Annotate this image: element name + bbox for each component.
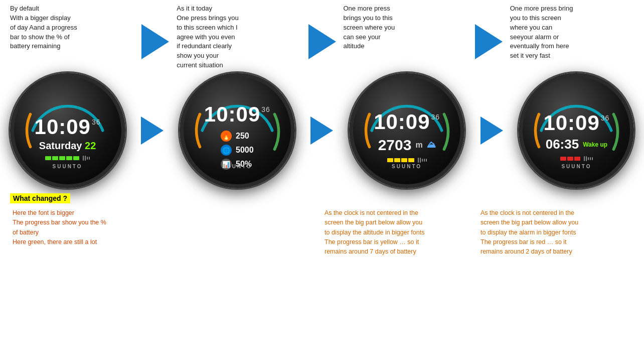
top-texts: By default With a bigger display of day … (0, 0, 644, 70)
watch-3-progress (387, 158, 427, 163)
watch-4: 10:09 36 06:35 Wake up (519, 73, 634, 188)
watch-4-time: 10:09 36 (543, 111, 609, 135)
watch-4-content: 10:09 36 06:35 Wake up (523, 77, 630, 184)
note-text-3: As the clock is not centered in the scre… (325, 209, 424, 256)
watch-2-time: 10:09 36 (204, 102, 270, 127)
watches-arrow-3 (474, 116, 509, 145)
note-text-1: Here the font is bigger The progress bar… (13, 209, 106, 246)
tick (87, 157, 88, 160)
watch-1-upper: 10:09 36 Saturday 22 (35, 123, 101, 161)
watch-4-upper: 10:09 36 06:35 Wake up (543, 118, 609, 161)
watch-2-label: SUUNTO (222, 164, 252, 169)
tick (586, 156, 587, 161)
watch-slot-2: 10:09 36 🔥 250 🌐 5000 (180, 73, 295, 188)
desc-text-3: One more press brings you to this screen… (344, 5, 395, 50)
progress-seg (52, 156, 58, 160)
tick (85, 156, 86, 161)
watches-arrow-1 (135, 116, 170, 145)
tick (424, 159, 425, 162)
watch-4-alarm: 06:35 Wake up (546, 137, 607, 152)
arrow-slot-1 (134, 4, 177, 70)
arrow-right-2 (308, 24, 336, 59)
progress-seg (574, 157, 580, 161)
activity-row-1: 🔥 250 (221, 131, 254, 142)
note-col-2 (166, 208, 322, 257)
desc-block-3: One more press brings you to this screen… (344, 4, 467, 70)
progress-ticks-3 (418, 158, 427, 163)
desc-text-4: One more press bring you to this screen … (510, 5, 573, 59)
activity-val-2: 5000 (236, 146, 254, 155)
watches-section: 10:09 36 Saturday 22 (0, 70, 644, 188)
watch-1-time: 10:09 36 (35, 115, 101, 139)
note-text-4: As the clock is not centered in the scre… (480, 209, 578, 256)
watch-slot-4: 10:09 36 06:35 Wake up (519, 73, 634, 188)
desc-text-1: By default With a bigger display of day … (10, 5, 77, 50)
wake-up-label: Wake up (583, 141, 607, 148)
watch-2-seconds: 36 (261, 105, 270, 113)
activity-val-1: 250 (236, 132, 249, 141)
tick (89, 157, 90, 160)
arrow-right-1 (141, 24, 169, 59)
watches-arrow-shape-3 (480, 116, 503, 145)
note-col-3: As the clock is not centered in the scre… (322, 208, 478, 257)
progress-seg (394, 158, 400, 162)
watch-4-seconds: 36 (601, 114, 610, 122)
progress-seg (45, 156, 51, 160)
fire-icon: 🔥 (221, 131, 232, 142)
watch-slot-1: 10:09 36 Saturday 22 (10, 73, 125, 188)
desc-block-2: As it it today One press brings you to t… (177, 4, 300, 70)
desc-block-4: One more press bring you to this screen … (510, 4, 634, 70)
watches-arrow-2 (304, 116, 340, 145)
arrow-slot-3 (467, 4, 510, 70)
tick (83, 156, 84, 161)
watches-arrow-shape-1 (141, 116, 164, 145)
desc-text-2: As it it today One press brings you to t… (177, 5, 239, 69)
tick (590, 157, 591, 160)
watch-1-content: 10:09 36 Saturday 22 (14, 77, 121, 184)
progress-seg (59, 156, 65, 160)
watch-4-progress (560, 156, 593, 161)
note-col-1: Here the font is bigger The progress bar… (10, 208, 166, 257)
tick (422, 159, 423, 162)
watches-arrow-shape-2 (310, 116, 333, 145)
watch-1-date: Saturday 22 (39, 140, 96, 152)
watch-2-content: 10:09 36 🔥 250 🌐 5000 (184, 77, 291, 184)
progress-ticks-1 (83, 156, 90, 161)
watch-3-content: 10:09 36 2703 m ⛰ (353, 77, 460, 184)
progress-seg (66, 156, 72, 160)
watch-1-seconds: 36 (92, 118, 101, 126)
tick (420, 158, 421, 163)
watch-3-upper: 10:09 36 2703 m ⛰ (374, 117, 440, 163)
mountain-icon: ⛰ (427, 140, 436, 150)
activity-row-2: 🌐 5000 (221, 145, 254, 156)
progress-seg (408, 158, 414, 162)
notes-area: Here the font is bigger The progress bar… (10, 208, 634, 257)
watch-3: 10:09 36 2703 m ⛰ (349, 73, 464, 188)
progress-ticks-4 (584, 156, 593, 161)
page-layout: By default With a bigger display of day … (0, 0, 644, 260)
arrow-slot-2 (301, 4, 344, 70)
watch-2: 10:09 36 🔥 250 🌐 5000 (180, 73, 295, 188)
watch-3-seconds: 36 (431, 113, 440, 121)
what-changed-label: What changed ? (10, 193, 70, 203)
bottom-section: What changed ? Here the font is bigger T… (0, 191, 644, 260)
tick (588, 157, 589, 160)
tick (584, 156, 585, 161)
tick (418, 158, 419, 163)
arrow-right-3 (475, 24, 503, 59)
watch-4-label: SUUNTO (561, 164, 591, 169)
watch-1: 10:09 36 Saturday 22 (10, 73, 125, 188)
watch-slot-3: 10:09 36 2703 m ⛰ (349, 73, 464, 188)
watch-1-label: SUUNTO (53, 164, 83, 169)
note-col-4: As the clock is not centered in the scre… (478, 208, 634, 257)
tick (592, 157, 593, 160)
steps-icon: 🌐 (221, 145, 232, 156)
watch-3-altitude: 2703 m ⛰ (378, 137, 436, 154)
progress-seg (387, 158, 393, 162)
watch-3-label: SUUNTO (392, 164, 422, 169)
progress-seg (401, 158, 407, 162)
watch-3-time: 10:09 36 (374, 110, 440, 134)
watch-2-upper: 10:09 36 🔥 250 🌐 5000 (204, 110, 270, 170)
progress-seg (73, 156, 79, 160)
progress-seg (560, 157, 566, 161)
